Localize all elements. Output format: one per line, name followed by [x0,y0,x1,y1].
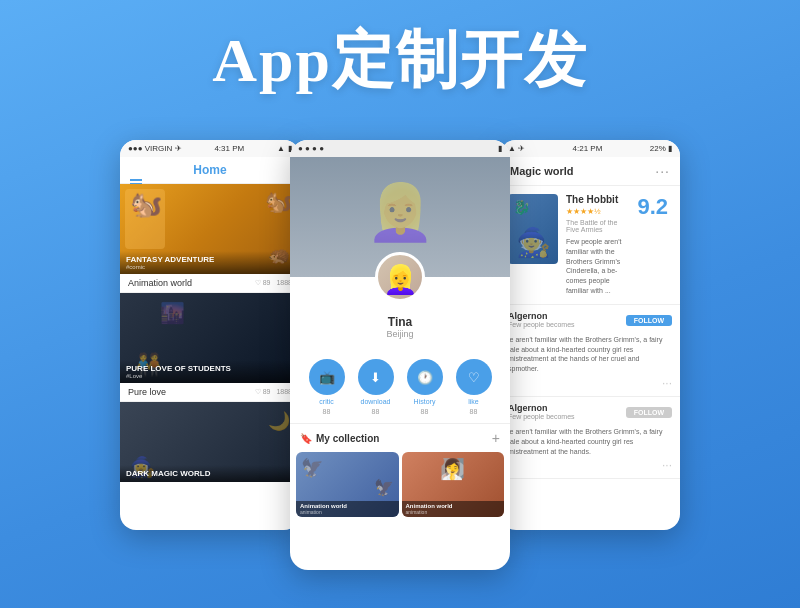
hobbit-desc: Few people aren't familiar with the Brot… [566,237,629,296]
status-bar-left: ●●● VIRGIN ✈ 4:31 PM ▲ ▮ [120,140,300,157]
critic-icon: 📺 [309,359,345,395]
dark-magic-card[interactable]: 🧙‍♀️ 🌙 DARK MAGIC WORLD [120,402,300,482]
algernon-name-2: Algernon Few people becomes [508,403,575,423]
page-title: App定制开发 [0,18,800,102]
pure-love-info-row: Pure love ♡ 89 1888 [120,383,300,402]
fantasy-stats: ♡ 89 1888 [255,279,292,287]
algernon-row-2: Algernon Few people becomes FOLLOW [508,403,672,423]
heart-icon2: ♡ 89 [255,388,271,396]
carrier-signal: ●●● VIRGIN ✈ [128,144,182,153]
hobbit-subtitle: The Battle of the Five Armies [566,219,629,233]
algernon-section-1: Algernon Few people becomes FOLLOW le ar… [500,305,680,397]
profile-info: Tina Beijing [290,307,510,347]
battery-center: ▮ [498,144,502,153]
fantasy-info-row: Animation world ♡ 89 1888 [120,274,300,293]
collection-grid: 🦅 🦅 Animation world animation 🧖‍♀️ Anima… [290,452,510,523]
fantasy-card[interactable]: 🐿️ 🐿️ 🦔 FANTASY ADVENTURE #comic [120,184,300,274]
fantasy-card-tag: #comic [126,264,294,270]
follow-button-2[interactable]: FOLLOW [626,407,672,418]
dark-magic-title: DARK MAGIC WORLD [126,469,294,478]
history-count: 88 [421,408,429,415]
collection-item-2-info: Animation world animation [402,501,505,517]
collection-item-1[interactable]: 🦅 🦅 Animation world animation [296,452,399,517]
critic-button[interactable]: 📺 critic 88 [309,359,345,415]
battery-right: 22% ▮ [650,144,672,153]
collection-item-1-info: Animation world animation [296,501,399,517]
signal-right: ▲ ✈ [508,144,525,153]
signal-dots: ● ● ● ● [298,144,324,153]
hobbit-title: The Hobbit [566,194,629,205]
rating-badge: 9.2 [637,194,672,296]
status-bar-center: ● ● ● ● ▮ [290,140,510,157]
download-label: download [361,398,391,405]
fantasy-card-overlay: FANTASY ADVENTURE #comic [120,251,300,274]
add-icon[interactable]: + [492,430,500,446]
follow-button-1[interactable]: FOLLOW [626,315,672,326]
fantasy-movie-name: Animation world [128,278,192,288]
pure-love-overlay: PURE LOVE OF STUDENTS #Love [120,360,300,383]
profile-avatar: 👱‍♀️ [375,252,425,302]
left-phone: ●●● VIRGIN ✈ 4:31 PM ▲ ▮ Home 🐿️ 🐿️ 🦔 FA [120,140,300,530]
collection-title: 🔖 My collection [300,433,379,444]
phones-container: ●●● VIRGIN ✈ 4:31 PM ▲ ▮ Home 🐿️ 🐿️ 🦔 FA [120,140,680,570]
hobbit-info: The Hobbit ★★★★½ The Battle of the Five … [566,194,629,296]
download-button[interactable]: ⬇ download 88 [358,359,394,415]
heart-icon: ♡ 89 [255,279,271,287]
more-options-icon[interactable]: ··· [655,163,670,179]
profile-name: Tina [298,315,502,329]
home-title: Home [193,163,226,177]
collection-header: 🔖 My collection + [290,423,510,452]
like-count: 88 [470,408,478,415]
collection-item-2[interactable]: 🧖‍♀️ Animation world animation [402,452,505,517]
pure-love-card[interactable]: 🧑‍🤝‍🧑 🌆 PURE LOVE OF STUDENTS #Love [120,293,300,383]
download-icon: ⬇ [358,359,394,395]
critic-count: 88 [323,408,331,415]
bookmark-icon: 🔖 [300,433,312,444]
hobbit-poster: 🧙 🐉 [508,194,558,264]
left-phone-header: Home [120,157,300,184]
history-button[interactable]: 🕐 History 88 [407,359,443,415]
critic-label: critic [319,398,333,405]
right-phone-header: Magic world ··· [500,157,680,186]
pure-love-title: PURE LOVE OF STUDENTS [126,364,294,373]
pure-love-tag: #Love [126,373,294,379]
more-dots-2[interactable]: ··· [508,458,672,472]
status-bar-right-phone: ▲ ✈ 4:21 PM 22% ▮ [500,140,680,157]
algernon-section-2: Algernon Few people becomes FOLLOW le ar… [500,397,680,479]
profile-location: Beijing [298,329,502,339]
algernon-desc-1: le aren't familiar with the Brothers Gri… [508,335,672,374]
time-left: 4:31 PM [214,144,244,153]
profile-header: 👱‍♀️ 👱‍♀️ [290,157,510,277]
pure-love-stats: ♡ 89 1888 [255,388,292,396]
download-count: 88 [372,408,380,415]
action-buttons: 📺 critic 88 ⬇ download 88 🕐 History 88 ♡… [290,351,510,423]
more-dots-1[interactable]: ··· [508,376,672,390]
hobbit-section: 🧙 🐉 The Hobbit ★★★★½ The Battle of the F… [500,186,680,305]
hobbit-stars: ★★★★½ [566,207,629,216]
pure-love-name: Pure love [128,387,166,397]
algernon-name-1: Algernon Few people becomes [508,311,575,331]
algernon-desc-2: le aren't familiar with the Brothers Gri… [508,427,672,456]
right-phone: ▲ ✈ 4:21 PM 22% ▮ Magic world ··· 🧙 🐉 Th… [500,140,680,530]
dark-magic-overlay: DARK MAGIC WORLD [120,465,300,482]
wifi-icon: ▲ [277,144,285,153]
time-right: 4:21 PM [573,144,603,153]
history-icon: 🕐 [407,359,443,395]
history-label: History [414,398,436,405]
magic-world-title: Magic world [510,165,574,177]
like-button[interactable]: ♡ like 88 [456,359,492,415]
like-label: like [468,398,479,405]
center-phone: ● ● ● ● ▮ 👱‍♀️ 👱‍♀️ Tina Beijing 📺 criti… [290,140,510,570]
fantasy-card-title: FANTASY ADVENTURE [126,255,294,264]
algernon-row-1: Algernon Few people becomes FOLLOW [508,311,672,331]
like-icon: ♡ [456,359,492,395]
status-icons-left: ▲ ▮ [277,144,292,153]
